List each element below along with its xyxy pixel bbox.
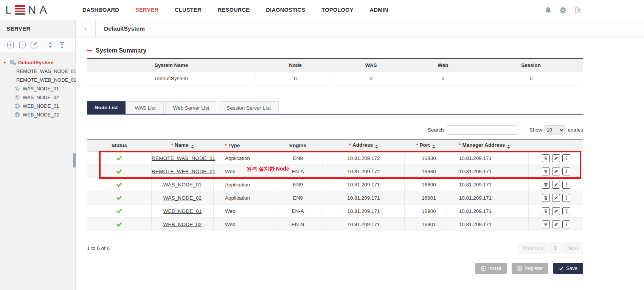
node-name-link[interactable]: REMOTE_WEB_NODE_01 <box>152 169 216 174</box>
nav-item-resource[interactable]: RESOURCE <box>218 7 250 13</box>
system-summary-title: System Summary <box>96 47 146 54</box>
port-cell: 16930 <box>405 165 447 178</box>
system-summary-section-header: System Summary <box>87 47 583 54</box>
tree-expanded-caret-icon[interactable]: ▾ <box>4 60 8 65</box>
install-button[interactable]: Install <box>475 263 507 274</box>
required-asterisk: * <box>416 142 418 148</box>
row-more-button[interactable] <box>562 181 570 189</box>
col-header-port[interactable]: *Port <box>405 139 447 152</box>
page-1[interactable]: 1 <box>549 242 562 254</box>
row-delete-button[interactable] <box>542 194 550 202</box>
row-delete-button[interactable] <box>542 167 550 175</box>
node-row-web-node-01: WEB_NODE_01WebEN-A10.81.209.1711690010.8… <box>87 205 583 218</box>
table-footer: 1 to 6 of 6 Previous1Next <box>87 242 583 254</box>
col-header-manager-address[interactable]: *Manager Address <box>447 139 528 152</box>
tree-node-was-node-02[interactable]: WAS_NODE_02 <box>4 93 75 102</box>
summary-col-system-name: System Name <box>87 59 256 72</box>
engine-cell: EN-A <box>273 205 323 218</box>
engine-cell: EN-N <box>273 218 323 231</box>
tree-remove-button[interactable] <box>19 41 26 49</box>
tree-node-label: REMOTE_WEB_NODE_01 <box>16 77 76 83</box>
required-asterisk: * <box>349 142 351 148</box>
nav-item-server[interactable]: SERVER <box>135 7 158 13</box>
save-button[interactable]: Save <box>553 263 583 274</box>
summary-col-web: Web <box>407 59 479 72</box>
actions-cell <box>529 218 583 231</box>
main-content: ‹ DefaultSystem System Summary System Na… <box>76 20 644 290</box>
col-header-address[interactable]: *Address <box>323 139 404 152</box>
row-more-button[interactable] <box>562 194 570 202</box>
tree-node-defaultsystem[interactable]: ▾ DefaultSystem <box>4 58 75 67</box>
tab-node-list[interactable]: Node List <box>87 101 126 114</box>
tab-web-server-list[interactable]: Web Server List <box>165 101 217 114</box>
tree-node-web-node-01[interactable]: WEB_NODE_01 <box>4 102 75 110</box>
manager-address-cell: 10.81.209.171 <box>447 218 528 231</box>
logout-door-icon[interactable] <box>574 6 582 14</box>
page-size-select[interactable]: 10 <box>545 125 565 135</box>
status-cell <box>87 152 152 165</box>
tree-node-was-node-01[interactable]: WAS_NODE_01 <box>4 84 75 93</box>
tree-node-remote-web-node-01[interactable]: REMOTE_WEB_NODE_01 <box>4 76 75 84</box>
row-edit-button[interactable] <box>552 181 560 189</box>
node-row-web-node-02: WEB_NODE_02WebEN-N10.81.209.1711690110.8… <box>87 218 583 231</box>
col-header-status: Status <box>87 139 152 152</box>
tabline <box>87 114 583 115</box>
tab-was-list[interactable]: WAS List <box>127 101 164 114</box>
nav-item-cluster[interactable]: CLUSTER <box>175 7 202 13</box>
tree-add-button[interactable] <box>7 41 14 49</box>
nav-item-dashboard[interactable]: DASHBOARD <box>82 7 119 13</box>
back-chevron-icon[interactable]: ‹ <box>76 20 96 37</box>
row-edit-button[interactable] <box>552 207 560 215</box>
nav-item-diagnostics[interactable]: DIAGNOSTICS <box>266 7 305 13</box>
col-header-name[interactable]: *Name <box>152 139 214 152</box>
section-collapse-dash-icon[interactable] <box>87 50 92 51</box>
row-delete-button[interactable] <box>542 154 550 162</box>
notification-bell-icon[interactable] <box>545 6 552 14</box>
row-edit-button[interactable] <box>552 154 560 162</box>
tab-session-server-list[interactable]: Session Server List <box>219 101 278 114</box>
row-more-button[interactable] <box>562 154 570 162</box>
page-next[interactable]: Next <box>562 242 583 254</box>
tree-node-web-node-02[interactable]: WEB_NODE_02 <box>4 110 75 119</box>
tree-expand-all-button[interactable] <box>47 41 54 49</box>
search-input[interactable] <box>447 125 518 135</box>
row-delete-button[interactable] <box>542 181 550 189</box>
breadcrumb: ‹ DefaultSystem <box>76 20 644 37</box>
row-more-button[interactable] <box>562 220 570 228</box>
list-tabs: Node ListWAS ListWeb Server ListSession … <box>87 101 583 114</box>
tree-collapse-all-button[interactable] <box>58 41 66 49</box>
lena-logo[interactable]: L N A <box>0 3 82 16</box>
tree-node-label: WEB_NODE_02 <box>23 112 59 118</box>
row-edit-button[interactable] <box>552 167 560 175</box>
node-name-link[interactable]: WAS_NODE_01 <box>163 182 202 188</box>
actions-cell <box>529 205 583 218</box>
node-name-link[interactable]: WAS_NODE_02 <box>163 195 202 201</box>
node-name-link[interactable]: WEB_NODE_01 <box>163 208 202 214</box>
status-ok-check-icon <box>116 155 122 161</box>
row-more-button[interactable] <box>562 207 570 215</box>
address-cell: 10.81.209.171 <box>323 178 404 191</box>
row-delete-button[interactable] <box>542 220 550 228</box>
node-name-link[interactable]: REMOTE_WAS_NODE_01 <box>152 155 215 161</box>
main-nav: DASHBOARDSERVERCLUSTERRESOURCEDIAGNOSTIC… <box>82 7 388 13</box>
row-edit-button[interactable] <box>552 194 560 202</box>
row-delete-button[interactable] <box>542 207 550 215</box>
nav-item-topology[interactable]: TOPOLOGY <box>321 7 353 13</box>
tree-edit-button[interactable] <box>30 41 38 49</box>
system-summary-table: System NameNodeWASWebSession DefaultSyst… <box>87 58 583 85</box>
port-cell: 16830 <box>405 152 447 165</box>
web-node-icon <box>14 112 20 118</box>
toolbar-separator <box>42 42 42 48</box>
node-name-link[interactable]: WEB_NODE_02 <box>163 222 202 227</box>
tree-root-label: DefaultSystem <box>18 60 54 65</box>
register-button[interactable]: Register <box>512 263 548 274</box>
actions-cell <box>529 165 583 178</box>
page-previous[interactable]: Previous <box>518 242 548 254</box>
tree-node-remote-was-node-01[interactable]: REMOTE_WAS_NODE_01 <box>4 67 75 76</box>
row-more-button[interactable] <box>562 167 570 175</box>
nav-item-admin[interactable]: ADMIN <box>370 7 388 13</box>
settings-gear-icon[interactable] <box>559 6 567 14</box>
row-edit-button[interactable] <box>552 220 560 228</box>
logo-letter-l: L <box>5 3 12 16</box>
port-cell: 16801 <box>405 191 447 205</box>
